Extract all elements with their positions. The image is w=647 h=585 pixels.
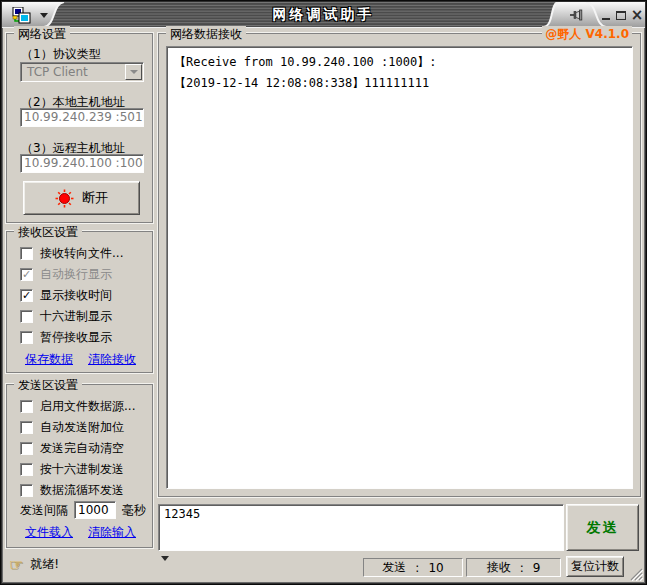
maximize-icon (616, 11, 626, 20)
save-data-link[interactable]: 保存数据 (25, 351, 73, 368)
send-history-expander-icon[interactable] (161, 556, 169, 561)
checkbox-option[interactable]: ✓ 暂停接收显示 (7, 327, 152, 348)
status-ready-text: 就绪! (30, 556, 59, 573)
protocol-value: TCP Client (21, 65, 124, 79)
checkbox-option[interactable]: ✓ 数据流循环发送 (7, 480, 152, 501)
protocol-dropdown-button (125, 64, 142, 80)
pointing-hand-icon: ☞ (9, 557, 23, 573)
reset-count-button[interactable]: 复位计数 (566, 556, 624, 577)
window-title: 网络调试助手 (2, 6, 645, 24)
chevron-down-icon (130, 70, 138, 74)
local-host-field: 10.99.240.239 :50161 (20, 108, 144, 127)
send-settings-group: 发送区设置 ✓ 启用文件数据源... ✓ 自动发送附加位 ✓ 发送完自动清空 (6, 384, 153, 548)
app-window: 网络调试助手 × 网络设置 （1）协议类型 TCP Client （2）本地主机… (0, 0, 647, 585)
send-settings-title: 发送区设置 (14, 377, 82, 394)
checkbox-label: 数据流循环发送 (40, 482, 124, 499)
checkbox-icon[interactable]: ✓ (20, 331, 33, 344)
protocol-label: （1）协议类型 (21, 46, 101, 63)
maximize-button[interactable] (614, 6, 628, 24)
interval-input[interactable] (74, 501, 116, 519)
receive-counter: 接收 : 9 (466, 558, 561, 577)
protocol-select: TCP Client (20, 62, 144, 82)
sent-counter: 发送 : 10 (363, 558, 463, 577)
checkbox-label: 启用文件数据源... (40, 398, 135, 415)
checkbox-label: 暂停接收显示 (40, 329, 112, 346)
interval-label: 发送间隔 (20, 502, 68, 519)
receive-settings-group: 接收区设置 ✓ 接收转向文件... ✓ 自动换行显示 ✓ 显示接收时间 (6, 231, 153, 373)
checkbox-icon[interactable]: ✓ (20, 484, 33, 497)
connected-indicator-icon (55, 189, 74, 208)
receive-counter-label: 接收 (487, 559, 511, 576)
checkbox-label: 自动发送附加位 (40, 419, 124, 436)
checkbox-option[interactable]: ✓ 自动换行显示 (7, 264, 152, 285)
receive-data-group: 网络数据接收 @野人 V4.1.0 【Receive from 10.99.24… (158, 33, 641, 497)
load-file-link[interactable]: 文件载入 (25, 524, 73, 541)
send-input[interactable]: 12345 (158, 504, 564, 551)
titlebar[interactable]: 网络调试助手 × (2, 2, 645, 28)
checkbox-icon[interactable]: ✓ (20, 289, 33, 302)
send-options-list: ✓ 启用文件数据源... ✓ 自动发送附加位 ✓ 发送完自动清空 ✓ 按十六进制… (7, 396, 152, 501)
checkbox-icon[interactable]: ✓ (20, 310, 33, 323)
checkbox-icon[interactable]: ✓ (20, 268, 33, 281)
network-settings-title: 网络设置 (14, 26, 70, 43)
checkbox-option[interactable]: ✓ 显示接收时间 (7, 285, 152, 306)
disconnect-button[interactable]: 断开 (23, 181, 140, 215)
checkbox-icon[interactable]: ✓ (20, 247, 33, 260)
receive-settings-title: 接收区设置 (14, 224, 82, 241)
pushpin-icon[interactable] (568, 7, 584, 23)
minimize-button[interactable] (599, 6, 613, 24)
close-button[interactable]: × (630, 6, 644, 24)
author-version-badge: @野人 V4.1.0 (542, 26, 632, 43)
checkbox-label: 按十六进制发送 (40, 461, 124, 478)
receive-log-line: 【2019-12-14 12:08:08:338】111111111 (174, 73, 625, 94)
clear-receive-link[interactable]: 清除接收 (88, 351, 136, 368)
checkbox-label: 显示接收时间 (40, 287, 112, 304)
checkbox-option[interactable]: ✓ 发送完自动清空 (7, 438, 152, 459)
checkbox-option[interactable]: ✓ 按十六进制发送 (7, 459, 152, 480)
checkbox-label: 十六进制显示 (40, 308, 112, 325)
checkbox-icon[interactable]: ✓ (20, 463, 33, 476)
remote-host-field: 10.99.240.100 :1000 (20, 154, 144, 173)
receive-log-line: 【Receive from 10.99.240.100 :1000】: (174, 52, 625, 73)
interval-unit: 毫秒 (122, 502, 146, 519)
checkbox-icon[interactable]: ✓ (20, 421, 33, 434)
minimize-icon (602, 18, 610, 20)
checkbox-option[interactable]: ✓ 自动发送附加位 (7, 417, 152, 438)
network-settings-group: 网络设置 （1）协议类型 TCP Client （2）本地主机地址 10.99.… (6, 33, 153, 223)
checkbox-label: 接收转向文件... (40, 245, 123, 262)
disconnect-label: 断开 (82, 189, 108, 207)
receive-log-view[interactable]: 【Receive from 10.99.240.100 :1000】:【2019… (166, 46, 633, 489)
clear-input-link[interactable]: 清除输入 (88, 524, 136, 541)
receive-counter-separator: : (520, 561, 524, 575)
sent-counter-value: 10 (428, 561, 443, 575)
sent-counter-separator: : (415, 561, 419, 575)
checkbox-icon[interactable]: ✓ (20, 400, 33, 413)
sent-counter-label: 发送 (382, 559, 406, 576)
checkbox-option[interactable]: ✓ 启用文件数据源... (7, 396, 152, 417)
checkbox-label: 自动换行显示 (40, 266, 112, 283)
resize-grip[interactable] (628, 566, 643, 581)
receive-options-list: ✓ 接收转向文件... ✓ 自动换行显示 ✓ 显示接收时间 ✓ 十六进制显示 (7, 243, 152, 348)
checkbox-option[interactable]: ✓ 十六进制显示 (7, 306, 152, 327)
checkbox-icon[interactable]: ✓ (20, 442, 33, 455)
checkbox-option[interactable]: ✓ 接收转向文件... (7, 243, 152, 264)
receive-data-title: 网络数据接收 (166, 26, 246, 43)
receive-counter-value: 9 (533, 561, 541, 575)
send-button[interactable]: 发送 (566, 504, 639, 551)
checkbox-label: 发送完自动清空 (40, 440, 124, 457)
status-ready: ☞ 就绪! (9, 556, 59, 573)
